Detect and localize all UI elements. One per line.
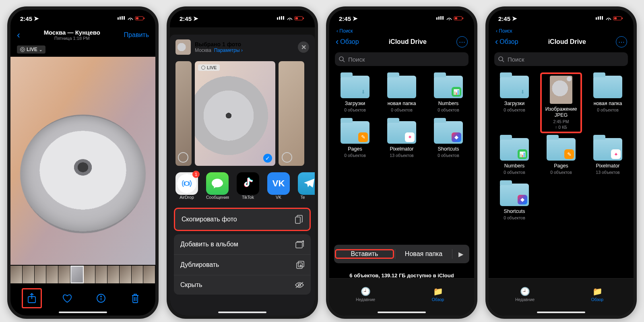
clock-icon: 🕘 <box>520 287 530 296</box>
selection-current[interactable]: LIVE ✓ <box>195 61 275 166</box>
svg-rect-39 <box>600 16 601 20</box>
folder-shortcuts[interactable]: ◆ Shortcuts 0 объектов <box>493 184 536 221</box>
tiktok-icon <box>237 172 259 195</box>
back-button[interactable]: ‹ <box>17 29 20 41</box>
favorite-button[interactable] <box>58 289 76 307</box>
svg-rect-15 <box>283 16 284 20</box>
svg-rect-34 <box>462 18 463 19</box>
vk-icon: VK <box>267 172 290 195</box>
selection-next[interactable] <box>279 61 304 166</box>
photo-date-subtitle: Пятница 1:18 PM <box>44 36 100 41</box>
tab-recent[interactable]: 🕘 Недавние <box>329 279 402 310</box>
edit-button[interactable]: Править <box>124 31 149 39</box>
folder-pixelmator[interactable]: ✦ Pixelmator 13 объектов <box>586 138 630 175</box>
download-icon: ⬇︎ <box>358 87 368 97</box>
checked-icon[interactable]: ✓ <box>263 154 272 163</box>
tab-browse[interactable]: 📁 Обзор <box>402 279 474 310</box>
share-apps-row[interactable]: AirDrop Сообщения TikTok VK VK <box>170 171 315 203</box>
svg-rect-43 <box>614 17 617 19</box>
file-image-jpeg[interactable]: Изображение JPEG 2:45 PM↑ 0 КБ <box>540 72 582 133</box>
app-vk[interactable]: VK VK <box>267 172 290 200</box>
clock-icon: 🕘 <box>361 287 371 296</box>
svg-point-20 <box>185 182 189 186</box>
search-back-link[interactable]: ‹ Поиск <box>489 27 634 34</box>
svg-rect-6 <box>136 17 138 19</box>
folder-pixelmator[interactable]: ✦ Pixelmator 13 объектов <box>380 121 423 159</box>
item-name: Изображение JPEG <box>543 106 579 118</box>
app-messages[interactable]: Сообщения <box>206 172 229 200</box>
share-location: Москва <box>195 47 211 53</box>
selection-prev[interactable] <box>175 61 192 166</box>
folder-numbers[interactable]: 📊 Numbers 0 объектов <box>427 76 470 113</box>
pages-icon: ✎ <box>564 149 574 159</box>
context-more-arrow[interactable]: ▶ <box>452 250 469 258</box>
unchecked-icon[interactable] <box>178 152 188 163</box>
thumbnail-filmstrip[interactable] <box>10 265 155 284</box>
photo-location-title: Москва — Кунцево <box>44 29 100 36</box>
folder-pages[interactable]: ✎ Pages 0 объектов <box>539 138 583 175</box>
svg-rect-33 <box>455 17 457 19</box>
share-title: Выбрано 1 фото <box>195 41 294 47</box>
folder-downloads[interactable]: ⬇︎ Загрузки 0 объектов <box>333 76 377 113</box>
svg-rect-30 <box>442 16 444 20</box>
item-meta: 0 объектов <box>333 107 377 113</box>
app-telegram[interactable]: Te <box>298 172 308 200</box>
live-badge[interactable]: LIVE ⌄ <box>17 45 45 54</box>
svg-rect-28 <box>438 17 440 20</box>
status-time: 2:45 <box>339 15 351 22</box>
tab-recent[interactable]: 🕘 Недавние <box>489 279 561 310</box>
action-label: Скопировать фото <box>182 216 237 223</box>
chevron-down-icon: ⌄ <box>39 47 42 52</box>
back-browse-button[interactable]: ‹Обзор <box>495 37 518 47</box>
shortcuts-icon: ◆ <box>452 132 461 142</box>
folder-downloads[interactable]: ⬇︎ Загрузки 0 объектов <box>493 76 536 130</box>
photo-viewer[interactable] <box>10 57 155 265</box>
item-name: Pages <box>539 163 583 169</box>
search-field[interactable]: Поиск <box>335 52 469 66</box>
more-button[interactable]: ⋯ <box>456 36 468 47</box>
album-add-icon <box>295 240 304 248</box>
folder-new[interactable]: новая папка 0 объектов <box>586 76 630 130</box>
item-name: новая папка <box>380 101 423 107</box>
pixelmator-icon: ✦ <box>611 149 621 159</box>
tab-browse[interactable]: 📁 Обзор <box>561 279 634 310</box>
app-label: Te <box>298 195 308 200</box>
bottom-toolbar <box>10 284 155 316</box>
folder-shortcuts[interactable]: ◆ Shortcuts 0 объектов <box>427 121 470 159</box>
share-button[interactable] <box>22 288 42 308</box>
search-field[interactable]: Поиск <box>494 52 628 66</box>
info-button[interactable] <box>92 289 110 307</box>
svg-rect-18 <box>295 17 298 19</box>
header-thumbnail <box>175 39 191 55</box>
action-add-to-album[interactable]: Добавить в альбом <box>174 234 311 255</box>
svg-rect-37 <box>596 17 597 20</box>
selection-strip[interactable]: LIVE ✓ <box>170 60 315 171</box>
svg-rect-40 <box>602 16 603 20</box>
share-options-link[interactable]: Параметры › <box>214 47 243 53</box>
svg-point-35 <box>339 57 343 61</box>
item-meta: 0 объектов <box>427 153 470 159</box>
item-meta: 0 объектов <box>380 107 423 113</box>
more-button[interactable]: ⋯ <box>616 36 627 47</box>
app-airdrop[interactable]: AirDrop <box>175 172 198 200</box>
search-back-link[interactable]: ‹ Поиск <box>329 27 474 34</box>
unchecked-icon[interactable] <box>282 152 292 163</box>
folder-numbers[interactable]: 📊 Numbers 0 объектов <box>493 138 536 175</box>
svg-line-26 <box>296 282 303 288</box>
close-button[interactable]: ✕ <box>298 41 309 53</box>
live-label: LIVE <box>27 47 37 52</box>
action-hide[interactable]: Скрыть <box>174 275 311 295</box>
action-list: Добавить в альбом Дублировать Скрыть <box>174 234 311 295</box>
search-icon <box>339 56 345 62</box>
action-copy-photo[interactable]: Скопировать фото <box>175 209 310 230</box>
context-new-folder[interactable]: Новая папка <box>395 250 452 258</box>
folder-new[interactable]: новая папка 0 объектов <box>380 76 423 113</box>
back-browse-button[interactable]: ‹Обзор <box>336 37 359 47</box>
delete-button[interactable] <box>126 289 144 307</box>
folder-pages[interactable]: ✎ Pages 0 объектов <box>333 121 377 159</box>
app-tiktok[interactable]: TikTok <box>237 172 259 200</box>
context-paste[interactable]: Вставить <box>335 249 394 259</box>
action-duplicate[interactable]: Дублировать <box>174 255 311 275</box>
screenshot-row: 2:45 ➤ ‹ Москва — Кунцево Пятница 1:18 P… <box>1 0 643 322</box>
item-meta: 0 объектов <box>493 107 536 113</box>
